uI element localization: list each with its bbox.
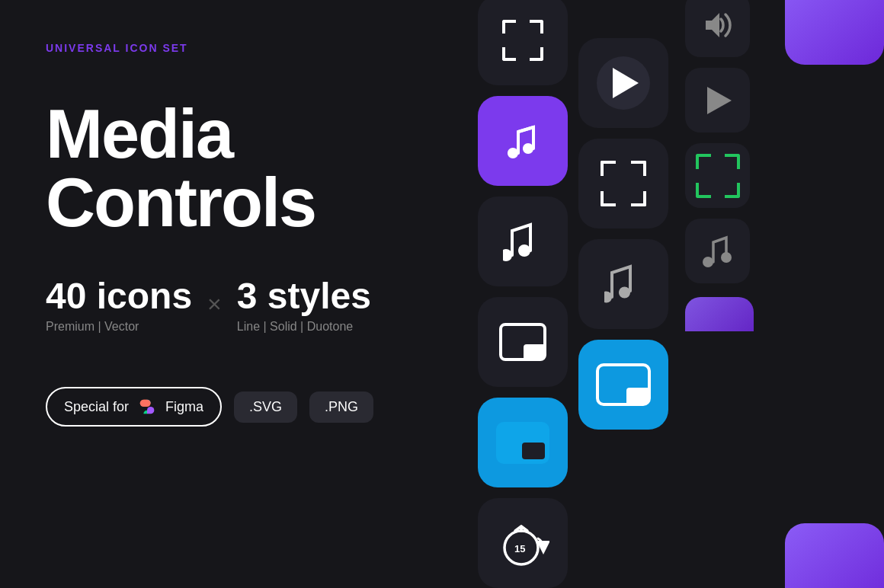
pip-blue-inner [626, 388, 649, 404]
partial-purple-bottom [785, 523, 884, 588]
gfs-br [725, 183, 740, 198]
forward15-icon: 15 [496, 520, 549, 566]
icon-count: 40 icons [46, 275, 192, 317]
fullscreen-green-tile [685, 143, 750, 208]
fullscreen-solid-tile [578, 139, 668, 228]
gfs-bl [696, 183, 711, 198]
play-gray-tile [685, 68, 750, 133]
speaker-tile [685, 0, 750, 57]
bracket-corner-tl [502, 20, 516, 34]
pip-inner [524, 344, 545, 360]
gfs-tl [696, 154, 711, 169]
music-notes-small-tile [685, 219, 750, 283]
icon-column-2 [573, 38, 674, 588]
fullscreen-green-icon [696, 154, 740, 198]
icon-column-1: 15 [472, 0, 573, 588]
bracket-corner-tr [530, 20, 543, 34]
music-note-gray-tile [578, 239, 668, 329]
badges-row: Special for Figma .SVG .PNG [46, 387, 457, 427]
forward15-tile: 15 [478, 498, 568, 588]
gfs-tr [725, 154, 740, 169]
music-note-line-icon [503, 219, 543, 264]
pip-icon [499, 323, 546, 361]
pip-blue-tile [578, 340, 668, 430]
icon-sub: Premium | Vector [46, 320, 192, 334]
figma-name: Figma [165, 399, 203, 415]
play-circle-gray [597, 56, 650, 110]
left-panel: UNIVERSAL ICON SET Media Controls 40 ico… [0, 0, 503, 588]
pip-tile [478, 297, 568, 387]
bracket-icon-tile [478, 0, 568, 85]
svg-text:15: 15 [514, 543, 525, 554]
figma-label: Special for [64, 399, 129, 415]
play-triangle-gray-icon [707, 87, 732, 114]
speaker-icon [701, 8, 735, 42]
bracket-corner-bl [502, 47, 516, 61]
fs-corner-bl [601, 191, 616, 206]
styles-stat: 3 styles Line | Solid | Duotone [237, 275, 371, 334]
pip-blue-icon [596, 363, 651, 406]
pip-solid-inner [522, 443, 545, 459]
fs-corner-tr [631, 161, 646, 176]
icons-stat: 40 icons Premium | Vector [46, 275, 192, 334]
pip-solid-tile [478, 398, 568, 487]
icon-column-3 [674, 0, 759, 588]
play-circle-white-tile [578, 38, 668, 128]
music-note-line-tile [478, 197, 568, 286]
fullscreen-solid-icon [601, 161, 646, 206]
figma-icon [136, 396, 158, 417]
music-note-icon [497, 115, 549, 167]
music-note-gray-icon [604, 262, 642, 306]
partial-purple-top [785, 0, 884, 65]
figma-badge[interactable]: Special for Figma [46, 387, 222, 427]
music-note-tile-purple [478, 96, 568, 186]
styles-count: 3 styles [237, 275, 371, 317]
partial-purple-bottom-col3 [685, 297, 754, 331]
icon-grid: 15 [472, 0, 884, 588]
music-notes-small-icon [700, 235, 735, 268]
multiplier: × [207, 290, 222, 318]
fs-corner-tl [601, 161, 616, 176]
svg-badge[interactable]: .SVG [234, 391, 297, 423]
png-badge[interactable]: .PNG [309, 391, 373, 423]
main-title: Media Controls [46, 100, 457, 237]
brand-label: UNIVERSAL ICON SET [46, 42, 457, 54]
styles-sub: Line | Solid | Duotone [237, 320, 371, 334]
pip-solid-icon [496, 422, 549, 464]
svg-point-2 [703, 257, 713, 267]
play-triangle-white [613, 68, 639, 98]
bracket-corner-br [530, 47, 543, 61]
fs-corner-br [631, 191, 646, 206]
stats-row: 40 icons Premium | Vector × 3 styles Lin… [46, 275, 457, 334]
bracket-corners-icon [502, 20, 543, 61]
